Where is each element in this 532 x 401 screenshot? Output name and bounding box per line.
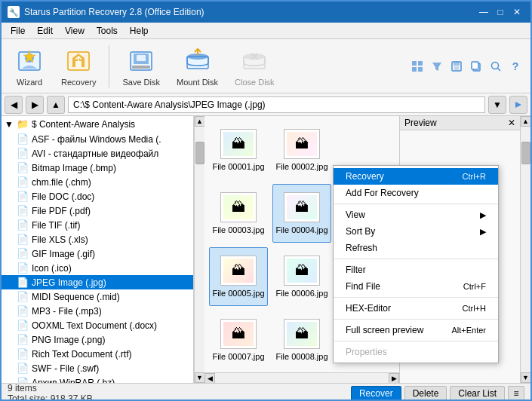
clear-list-button[interactable]: Clear List [450,386,505,401]
context-menu-item[interactable]: View▶ [334,207,498,223]
file-item[interactable]: 🏔 File 00008.jpg [272,311,331,369]
ctx-item-label: View [346,210,365,220]
toolbar: Wizard Recovery Save Disk [2,39,530,93]
context-menu-item[interactable]: Filter [334,262,498,278]
preview-close-button[interactable]: ✕ [508,118,515,128]
file-item[interactable]: 🏔 File 00002.jpg [272,121,331,179]
toolbar-right-icons: ? [408,57,524,75]
hscroll-left[interactable]: ◀ [204,373,215,384]
tree-item[interactable]: 📄AVI - стандартные видеофайл [2,146,193,161]
content-scroll-track[interactable] [521,127,531,372]
content-scroll-down[interactable]: ▼ [521,372,531,383]
filter-icon-btn[interactable] [428,57,446,75]
file-item[interactable]: 🏔 File 00005.jpg [209,247,268,306]
menu-edit[interactable]: Edit [31,24,59,38]
hscroll-track[interactable] [215,373,389,384]
recovery-button[interactable]: Recovery [54,42,103,90]
tree-item[interactable]: 📄chm.file (.chm) [2,175,193,189]
file-item[interactable]: 🏔 File 00001.jpg [209,121,268,179]
forward-button[interactable]: ▶ [26,96,44,114]
close-disk-button[interactable]: Close Disk [228,42,281,90]
go-button[interactable] [509,96,527,114]
close-button[interactable]: ✕ [509,5,524,20]
save-icon-btn[interactable] [447,57,466,75]
context-menu-item[interactable]: Sort By▶ [334,223,498,240]
context-menu-item[interactable]: Refresh [334,240,498,256]
svg-rect-25 [472,62,478,69]
content-scroll-thumb[interactable] [521,142,530,164]
tree-item[interactable]: 📄Bitmap Image (.bmp) [2,161,193,175]
menu-view[interactable]: View [59,24,91,38]
scroll-track[interactable] [195,127,205,372]
svg-point-26 [492,62,499,69]
tree-item[interactable]: 📄Rich Text Document (.rtf) [2,347,193,361]
wizard-button[interactable]: Wizard [8,42,51,90]
context-menu-item[interactable]: HEX-EditorCtrl+H [334,300,498,317]
file-thumbnail: 🏔 [220,129,257,159]
wizard-icon [14,46,45,76]
tree-vertical-scroll[interactable]: ▲ ▼ [194,116,204,383]
file-item[interactable]: 🏔 File 00003.jpg [209,184,268,243]
window-title: Starus Partition Recovery 2.8 (Office Ed… [24,7,204,17]
tree-item[interactable]: 📄PNG Image (.png) [2,332,193,347]
tree-item[interactable]: 📄JPEG Image (.jpg) [2,275,193,289]
context-menu-separator [334,297,498,298]
menu-tools[interactable]: Tools [91,24,124,38]
mount-disk-icon [183,46,213,76]
context-menu-separator [334,259,498,259]
ctx-item-shortcut: Ctrl+F [463,282,486,291]
tree-item[interactable]: 📄File PDF (.pdf) [2,204,193,218]
up-button[interactable]: ▲ [47,96,65,114]
content-panel: 🏔 File 00001.jpg 🏔 File 00002.jpg 🏔 File… [204,116,530,383]
content-vertical-scroll[interactable]: ▲ ▼ [520,116,530,383]
context-menu-item[interactable]: RecoveryCtrl+R [334,168,498,185]
tree-item[interactable]: 📄GIF Image (.gif) [2,246,193,261]
maximize-button[interactable]: □ [493,5,508,20]
hscroll-right[interactable]: ▶ [389,373,399,384]
menu-help[interactable]: Help [124,24,155,38]
file-item[interactable]: 🏔 File 00004.jpg [272,184,331,243]
copy-icon-btn[interactable] [467,57,485,75]
tree-item[interactable]: 📄ASF - файлы Windows Media (. [2,132,193,146]
minimize-button[interactable]: — [476,5,491,20]
context-menu-item[interactable]: Add For Recovery [334,185,498,201]
tree-item[interactable]: 📄MIDI Sequence (.mid) [2,289,193,304]
delete-button[interactable]: Delete [404,386,447,401]
status-menu-button[interactable]: ≡ [508,386,524,401]
status-items: 9 items [8,383,37,393]
tree-item[interactable]: 📄File XLS (.xls) [2,232,193,246]
context-menu-item[interactable]: Full screen previewAlt+Enter [334,322,498,338]
scroll-thumb[interactable] [195,142,204,164]
tree-item[interactable]: 📄Icon (.ico) [2,261,193,275]
save-disk-label: Save Disk [122,78,160,87]
tree-item[interactable]: 📄Архив WinRAR (.bz) [2,375,193,383]
tree-item[interactable]: 📄MP3 - File (.mp3) [2,304,193,318]
dropdown-arrow[interactable]: ▼ [488,96,506,114]
tree-root[interactable]: ▼ 📁 $ Content-Aware Analysis [2,116,193,132]
file-item[interactable]: 🏔 File 00006.jpg [272,247,331,306]
tree-item[interactable]: 📄OOXML Text Document (.docx) [2,318,193,332]
content-scroll-up[interactable]: ▲ [521,116,531,127]
context-menu-separator [334,341,498,341]
tree-item[interactable]: 📄SWF - File (.swf) [2,361,193,375]
file-name: File 00003.jpg [212,225,264,234]
view-icon-btn[interactable] [408,57,426,75]
tree-item[interactable]: 📄File DOC (.doc) [2,189,193,204]
recover-button[interactable]: Recover [351,386,401,401]
horizontal-scrollbar[interactable]: ◀ ▶ [204,372,399,383]
search-icon-btn[interactable] [487,57,505,75]
mount-disk-label: Mount Disk [177,78,218,87]
status-size: Total size: 918.37 KB [8,393,93,402]
address-input[interactable] [68,96,485,113]
save-disk-button[interactable]: Save Disk [115,42,167,90]
tree-item[interactable]: 📄File TIF (.tif) [2,218,193,232]
scroll-up-arrow[interactable]: ▲ [195,116,205,127]
help-icon-btn[interactable]: ? [506,57,524,75]
context-menu-item[interactable]: Find FileCtrl+F [334,278,498,295]
scroll-down-arrow[interactable]: ▼ [195,372,205,383]
file-item[interactable]: 🏔 File 00007.jpg [209,311,268,369]
menu-file[interactable]: File [5,24,31,38]
mount-disk-button[interactable]: Mount Disk [170,42,225,90]
file-name: File 00001.jpg [212,162,264,171]
back-button[interactable]: ◀ [5,96,23,114]
